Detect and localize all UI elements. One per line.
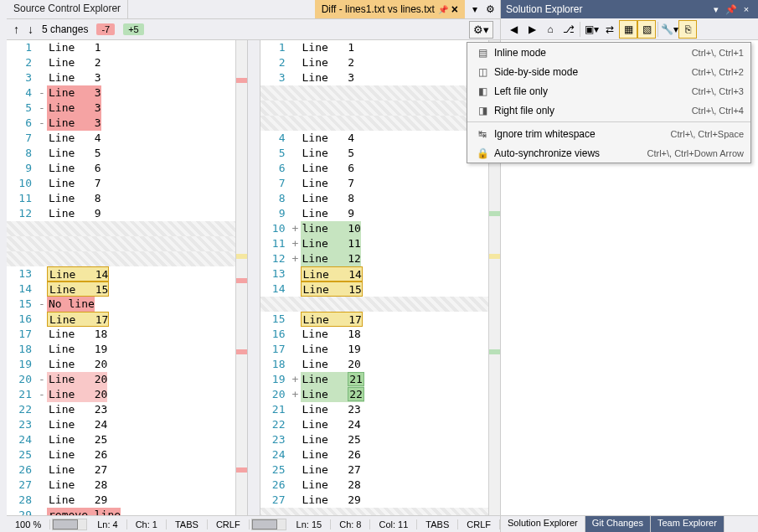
code-line[interactable]: 24Line 25 [7, 432, 235, 447]
se-dropdown-icon[interactable]: ▾ [709, 4, 723, 15]
code-line[interactable]: 11+Line 11 [260, 236, 489, 251]
left-h-scroll[interactable] [52, 519, 87, 530]
code-line[interactable] [7, 221, 235, 236]
se-toolbar-button[interactable]: ⇄ [601, 20, 619, 39]
se-close-icon[interactable]: × [740, 4, 753, 15]
code-line[interactable]: 12+Line 12 [260, 251, 489, 266]
se-pin-icon[interactable]: 📌 [724, 4, 738, 15]
right-tabs-indicator[interactable]: TABS [417, 519, 458, 529]
code-line[interactable]: 17Line 19 [260, 342, 489, 357]
code-line[interactable]: 16Line 18 [260, 327, 489, 342]
left-overview-ruler[interactable] [235, 40, 247, 515]
code-line[interactable]: 5-Line 3 [7, 101, 235, 116]
code-line[interactable]: 15-No line [7, 297, 235, 312]
code-line[interactable]: 25Line 27 [260, 462, 489, 478]
code-line[interactable]: 9Line 9 [260, 206, 489, 221]
code-line[interactable]: 6-Line 3 [7, 116, 235, 131]
code-line[interactable]: 24Line 26 [260, 447, 489, 462]
code-line[interactable]: 26Line 27 [7, 462, 235, 478]
code-line[interactable]: 23Line 24 [7, 417, 235, 432]
se-toolbar-button[interactable]: ▧ [637, 20, 656, 39]
left-diff-pane[interactable]: 1Line 12Line 23Line 34-Line 35-Line 36-L… [7, 40, 235, 515]
pane-splitter[interactable] [247, 40, 260, 515]
code-line[interactable]: 3Line 3 [260, 70, 489, 85]
code-line[interactable]: 1Line 1 [260, 40, 489, 55]
code-line[interactable]: 23Line 25 [260, 432, 489, 447]
code-line[interactable] [260, 508, 489, 515]
code-line[interactable] [7, 236, 235, 251]
code-line[interactable]: 18Line 20 [260, 357, 489, 372]
code-line[interactable]: 25Line 26 [7, 447, 235, 462]
se-toolbar-button[interactable]: ▣▾ [582, 20, 601, 39]
code-line[interactable]: 10Line 7 [7, 176, 235, 191]
menu-item[interactable]: ◫Side-by-side modeCtrl+\, Ctrl+2 [467, 62, 750, 81]
diff-settings-button[interactable]: ⚙▾ [469, 21, 493, 39]
se-toolbar-button[interactable]: ⎇ [559, 20, 578, 39]
menu-item[interactable]: ◧Left file onlyCtrl+\, Ctrl+3 [467, 81, 750, 101]
code-line[interactable]: 21-Line 20 [7, 387, 235, 402]
code-line[interactable] [260, 116, 489, 131]
active-document-tab[interactable]: Diff - lines1.txt vs lines.txt 📌 × [315, 0, 465, 18]
code-line[interactable]: 14Line 15 [7, 281, 235, 297]
pin-icon[interactable]: 📌 [438, 5, 448, 14]
code-line[interactable]: 2Line 2 [260, 55, 489, 70]
code-line[interactable]: 1Line 1 [7, 40, 235, 55]
menu-item[interactable]: ▤Inline modeCtrl+\, Ctrl+1 [467, 43, 750, 62]
code-line[interactable]: 9Line 6 [7, 161, 235, 176]
code-line[interactable]: 21Line 23 [260, 402, 489, 417]
next-diff-button[interactable]: ↓ [28, 23, 34, 36]
code-line[interactable]: 11Line 8 [7, 191, 235, 206]
code-line[interactable]: 13Line 14 [260, 266, 489, 281]
tabs-gear-icon[interactable]: ⚙ [483, 3, 497, 16]
se-toolbar-button[interactable]: ⎘ [678, 20, 697, 39]
code-line[interactable] [260, 297, 489, 312]
se-toolbar-button[interactable]: ▶ [523, 20, 541, 39]
code-line[interactable]: 18Line 19 [7, 342, 235, 357]
menu-item[interactable]: ◨Right file onlyCtrl+\, Ctrl+4 [467, 101, 750, 120]
right-crlf-indicator[interactable]: CRLF [458, 519, 500, 529]
code-line[interactable]: 20+Line 22 [260, 387, 489, 402]
code-line[interactable]: 22Line 23 [7, 402, 235, 417]
se-toolbar-button[interactable]: 🔧▾ [660, 20, 678, 39]
close-icon[interactable]: × [451, 3, 458, 16]
source-control-explorer-tab[interactable]: Source Control Explorer [7, 0, 128, 18]
right-h-scroll[interactable] [251, 519, 286, 530]
se-toolbar-button[interactable]: ◀ [504, 20, 523, 39]
code-line[interactable]: 17Line 18 [7, 327, 235, 342]
code-line[interactable]: 7Line 4 [7, 131, 235, 146]
se-toolbar-button[interactable]: ▦ [619, 20, 637, 39]
left-crlf-indicator[interactable]: CRLF [208, 519, 250, 529]
zoom-level[interactable]: 100 % [7, 519, 50, 529]
prev-diff-button[interactable]: ↑ [13, 23, 19, 36]
code-line[interactable]: 6Line 6 [260, 161, 489, 176]
code-line[interactable]: 27Line 28 [7, 478, 235, 493]
code-line[interactable]: 12Line 9 [7, 206, 235, 221]
code-line[interactable]: 16Line 17 [7, 312, 235, 327]
right-diff-pane[interactable]: 1Line 12Line 23Line 34Line 45Line 56Line… [260, 40, 489, 515]
code-line[interactable]: 3Line 3 [7, 70, 235, 85]
se-toolbar-button[interactable]: ⌂ [541, 20, 559, 39]
code-line[interactable]: 8Line 5 [7, 146, 235, 161]
code-line[interactable]: 5Line 5 [260, 146, 489, 161]
code-line[interactable]: 4-Line 3 [7, 85, 235, 101]
code-line[interactable]: 13Line 14 [7, 266, 235, 281]
menu-item[interactable]: 🔒Auto-synchronize viewsCtrl+\, Ctrl+Down… [467, 143, 750, 163]
tabs-dropdown-icon[interactable]: ▾ [468, 3, 482, 16]
code-line[interactable]: 28Line 29 [7, 493, 235, 508]
code-line[interactable]: 4Line 4 [260, 131, 489, 146]
code-line[interactable]: 26Line 28 [260, 478, 489, 493]
code-line[interactable]: 7Line 7 [260, 176, 489, 191]
code-line[interactable]: 29-remove line [7, 508, 235, 515]
tool-tab[interactable]: Solution Explorer [501, 516, 585, 532]
code-line[interactable]: 27Line 29 [260, 493, 489, 508]
left-tabs-indicator[interactable]: TABS [167, 519, 208, 529]
code-line[interactable]: 19Line 20 [7, 357, 235, 372]
code-line[interactable]: 15Line 17 [260, 312, 489, 327]
code-line[interactable] [260, 101, 489, 116]
code-line[interactable]: 14Line 15 [260, 281, 489, 297]
code-line[interactable] [7, 251, 235, 266]
code-line[interactable] [260, 85, 489, 101]
code-line[interactable]: 22Line 24 [260, 417, 489, 432]
tool-tab[interactable]: Team Explorer [651, 516, 724, 532]
code-line[interactable]: 10+line 10 [260, 221, 489, 236]
